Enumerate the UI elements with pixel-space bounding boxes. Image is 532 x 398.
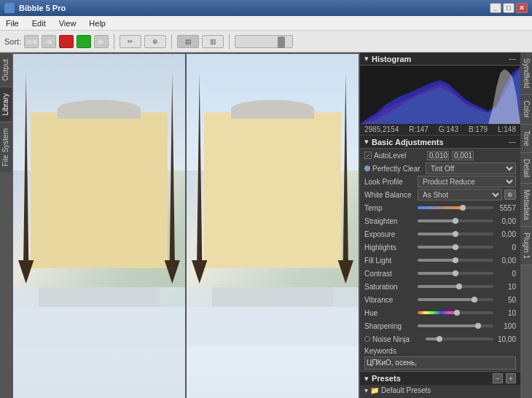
- highlights-slider[interactable]: [418, 246, 493, 249]
- sort-label: Sort:: [4, 37, 21, 46]
- image-panel-left[interactable]: [13, 54, 185, 398]
- basic-adj-expand-icon: [364, 137, 369, 147]
- contrast-value: 0: [496, 270, 516, 278]
- sidebar-tab-output[interactable]: Output: [0, 52, 12, 87]
- presets-minus-button[interactable]: −: [493, 373, 503, 383]
- look-profile-select[interactable]: Product Reduce: [418, 176, 516, 187]
- right-tab-plugin[interactable]: Plugin 1: [520, 227, 532, 265]
- noise-ninja-value: 10,00: [496, 335, 516, 343]
- basic-adj-header[interactable]: Basic Adjustments —: [360, 136, 520, 149]
- view-mode-1[interactable]: ▤: [177, 35, 199, 48]
- minimize-button[interactable]: _: [490, 3, 501, 13]
- right-tab-detail[interactable]: Detail: [520, 153, 532, 184]
- fill-light-handle[interactable]: [453, 257, 458, 263]
- wb-label: White Balance: [364, 191, 415, 199]
- temp-slider[interactable]: [418, 206, 493, 209]
- image-panel-right[interactable]: [187, 54, 359, 398]
- straighten-value: 0,00: [496, 217, 516, 225]
- presets-expand-icon: [364, 374, 369, 383]
- right-tab-color[interactable]: Color: [520, 95, 532, 125]
- contrast-handle[interactable]: [453, 270, 458, 276]
- right-tab-tone[interactable]: Tone: [520, 125, 532, 153]
- sharpening-handle[interactable]: [475, 323, 481, 329]
- sidebar-tab-library[interactable]: Library: [0, 87, 12, 122]
- straighten-row: Straighten 0,00: [360, 214, 520, 227]
- toolbar-separator-3: [229, 34, 230, 49]
- red-flag-button[interactable]: [59, 35, 74, 48]
- menu-file[interactable]: File: [3, 19, 22, 28]
- saturation-slider[interactable]: [418, 285, 493, 288]
- temp-value: 5557: [496, 204, 516, 212]
- building-right: [204, 112, 342, 268]
- exposure-slider[interactable]: [418, 233, 493, 235]
- presets-plus-button[interactable]: +: [506, 373, 516, 383]
- presets-header[interactable]: Presets − +: [360, 372, 520, 385]
- tint-off-select[interactable]: Tint Off: [426, 163, 516, 174]
- sidebar-tab-filesystem[interactable]: File System: [0, 122, 12, 172]
- autolevel-v1[interactable]: 0,010: [427, 151, 449, 160]
- vibrance-label: Vibrance: [364, 296, 415, 304]
- autolevel-v2[interactable]: 0,001: [452, 151, 474, 160]
- building-left: [31, 112, 168, 268]
- vibrance-slider[interactable]: [418, 298, 493, 301]
- maximize-button[interactable]: □: [503, 3, 515, 13]
- window-controls[interactable]: _ □ ✕: [490, 3, 528, 13]
- zoom-slider[interactable]: [235, 35, 293, 48]
- crop-tool-button[interactable]: ⊕: [144, 35, 166, 48]
- fill-light-slider[interactable]: [418, 259, 493, 262]
- contrast-row: Contrast 0: [360, 267, 520, 280]
- presets-title-area: Presets: [364, 374, 401, 383]
- keywords-box[interactable]: ЦПКиО, осень,: [364, 356, 516, 370]
- fill-light-label: Fill Light: [364, 257, 415, 265]
- sort-fwd-button[interactable]: ▶: [94, 35, 109, 48]
- edit-tool-button[interactable]: ✏: [120, 35, 141, 48]
- autolevel-label: AutoLevel: [374, 152, 425, 160]
- close-button[interactable]: ✕: [516, 3, 528, 13]
- hue-label: Hue: [364, 309, 415, 317]
- autolevel-checkbox[interactable]: [364, 152, 372, 159]
- temp-fill: [418, 206, 463, 209]
- noise-ninja-radio[interactable]: [364, 336, 370, 342]
- hue-handle[interactable]: [454, 310, 460, 316]
- histogram-g: G:143: [439, 125, 458, 133]
- exposure-handle[interactable]: [453, 231, 458, 237]
- preset-folder-default[interactable]: ▾ 📁 Default Presets: [360, 385, 520, 396]
- basic-adj-options-icon[interactable]: —: [509, 138, 516, 146]
- zoom-handle[interactable]: [278, 36, 285, 48]
- menu-view[interactable]: View: [56, 19, 79, 28]
- exposure-label: Exposure: [364, 230, 415, 238]
- straighten-handle[interactable]: [453, 218, 458, 224]
- noise-ninja-row: Noise Ninja 10,00: [360, 332, 520, 346]
- image-left: [13, 54, 185, 398]
- wb-select[interactable]: As Shot: [418, 189, 502, 200]
- straighten-slider[interactable]: [418, 219, 493, 222]
- menu-help[interactable]: Help: [86, 19, 109, 28]
- histogram-header[interactable]: Histogram —: [360, 52, 520, 66]
- sort-back-button[interactable]: ◀: [42, 35, 56, 48]
- right-tab-metadata[interactable]: Metadata: [520, 184, 532, 227]
- wb-eyedropper-button[interactable]: ⊕: [504, 190, 516, 200]
- histogram-options-icon[interactable]: —: [509, 55, 516, 63]
- saturation-handle[interactable]: [456, 284, 462, 289]
- hue-slider[interactable]: [418, 311, 493, 314]
- noise-ninja-handle[interactable]: [437, 336, 442, 342]
- noise-ninja-slider[interactable]: [426, 337, 493, 340]
- presets-list: ▾ 📁 Default Presets B&W - afx B&W - IR S…: [360, 385, 520, 398]
- temp-handle[interactable]: [460, 205, 466, 211]
- basic-adj-title-area: Basic Adjustments: [364, 137, 444, 147]
- saturation-row: Saturation 10: [360, 280, 520, 293]
- highlights-handle[interactable]: [453, 244, 458, 250]
- green-flag-button[interactable]: [77, 35, 91, 48]
- menu-edit[interactable]: Edit: [29, 19, 49, 28]
- sort-prev-button[interactable]: ◀◀: [24, 35, 39, 48]
- contrast-slider[interactable]: [418, 272, 493, 275]
- view-mode-2[interactable]: ▥: [202, 35, 224, 48]
- vibrance-handle[interactable]: [472, 297, 477, 303]
- right-tab-syndfield[interactable]: Syndfield: [520, 52, 532, 95]
- noise-ninja-label: Noise Ninja: [372, 335, 423, 343]
- panel-content: Histogram — 2985,2154 R:147: [360, 52, 520, 398]
- title-bar-left: Bibble 5 Pro: [4, 3, 66, 13]
- perfectly-clear-radio[interactable]: [364, 165, 370, 171]
- sharpening-slider[interactable]: [418, 324, 493, 327]
- exposure-row: Exposure 0,00: [360, 227, 520, 241]
